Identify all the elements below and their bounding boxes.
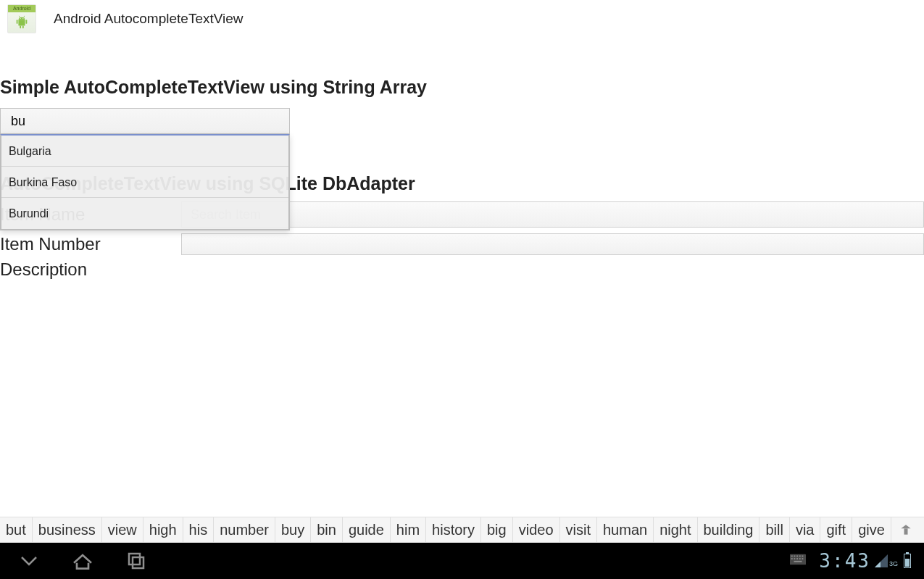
svg-rect-22 <box>799 558 801 559</box>
suggestion-word[interactable]: history <box>426 517 481 542</box>
dropdown-item[interactable]: Bulgaria <box>1 136 288 167</box>
svg-rect-9 <box>904 528 907 534</box>
svg-rect-15 <box>794 556 796 557</box>
svg-marker-25 <box>875 554 888 567</box>
battery-icon <box>904 554 911 568</box>
keyboard-indicator-icon <box>790 554 806 568</box>
item-name-input[interactable] <box>181 201 924 228</box>
system-navigation-bar: 3:43 3G <box>0 543 924 579</box>
suggestion-word[interactable]: building <box>698 517 760 542</box>
svg-marker-26 <box>875 562 881 567</box>
svg-rect-16 <box>797 556 799 557</box>
section1-heading: Simple AutoCompleteTextView using String… <box>0 77 924 98</box>
app-title: Android AutocompleteTextView <box>54 11 244 27</box>
suggestion-word[interactable]: his <box>183 517 215 542</box>
recent-apps-button[interactable] <box>120 545 152 577</box>
svg-rect-2 <box>26 20 28 23</box>
svg-rect-4 <box>22 26 24 29</box>
svg-rect-24 <box>794 561 802 562</box>
autocomplete-dropdown: Bulgaria Burkina Faso Burundi <box>0 134 290 230</box>
item-number-input[interactable] <box>181 233 924 255</box>
svg-point-5 <box>20 18 21 19</box>
suggestion-word[interactable]: business <box>33 517 102 542</box>
suggestion-word[interactable]: night <box>654 517 697 542</box>
suggestion-word[interactable]: number <box>214 517 275 542</box>
suggestion-word[interactable]: give <box>852 517 891 542</box>
autocomplete-simple-input[interactable] <box>0 108 290 134</box>
content-area: Simple AutoCompleteTextView using String… <box>0 77 924 280</box>
android-robot-icon <box>8 12 36 33</box>
svg-rect-21 <box>797 558 799 559</box>
svg-rect-23 <box>802 558 804 559</box>
svg-rect-1 <box>17 20 18 23</box>
svg-rect-3 <box>20 26 21 29</box>
item-number-row: Item Number <box>0 233 924 255</box>
suggestion-word[interactable]: bin <box>311 517 343 542</box>
svg-rect-11 <box>129 554 140 565</box>
svg-rect-14 <box>791 556 793 557</box>
suggestion-word[interactable]: high <box>143 517 183 542</box>
suggestion-word[interactable]: guide <box>343 517 391 542</box>
expand-suggestions-icon[interactable] <box>891 517 920 542</box>
svg-point-6 <box>22 18 23 19</box>
svg-rect-20 <box>794 558 796 559</box>
suggestion-word[interactable]: visit <box>560 517 597 542</box>
suggestion-word[interactable]: him <box>391 517 426 542</box>
svg-rect-17 <box>799 556 801 557</box>
svg-rect-18 <box>802 556 804 557</box>
app-icon: Android <box>7 4 36 33</box>
dropdown-item[interactable]: Burkina Faso <box>1 167 288 198</box>
suggestion-word[interactable]: big <box>481 517 513 542</box>
svg-rect-0 <box>18 20 25 25</box>
action-bar: Android Android AutocompleteTextView <box>0 0 924 38</box>
suggestion-word[interactable]: but <box>0 517 33 542</box>
clock: 3:43 <box>819 550 870 572</box>
suggestion-word[interactable]: gift <box>820 517 852 542</box>
suggestion-word[interactable]: bill <box>759 517 789 542</box>
keyboard-suggestion-strip: but business view high his number buy bi… <box>0 517 924 543</box>
home-button[interactable] <box>67 545 99 577</box>
status-icons[interactable]: 3:43 3G <box>790 543 911 579</box>
svg-line-8 <box>24 16 25 18</box>
description-label: Description <box>0 259 181 280</box>
svg-line-7 <box>19 16 20 18</box>
svg-marker-10 <box>901 525 910 528</box>
signal-icon: 3G <box>875 554 898 567</box>
description-row: Description <box>0 259 924 280</box>
hide-keyboard-button[interactable] <box>13 545 45 577</box>
suggestion-word[interactable]: via <box>790 517 821 542</box>
suggestion-word[interactable]: view <box>102 517 143 542</box>
app-icon-banner: Android <box>8 5 36 12</box>
autocomplete-simple: Bulgaria Burkina Faso Burundi <box>0 108 290 134</box>
item-number-label: Item Number <box>0 234 181 254</box>
dropdown-item[interactable]: Burundi <box>1 198 288 229</box>
suggestion-word[interactable]: human <box>597 517 654 542</box>
suggestion-word[interactable]: video <box>513 517 560 542</box>
svg-rect-19 <box>791 558 793 559</box>
network-type-label: 3G <box>889 560 898 567</box>
suggestion-word[interactable]: buy <box>275 517 311 542</box>
svg-rect-12 <box>133 557 143 568</box>
